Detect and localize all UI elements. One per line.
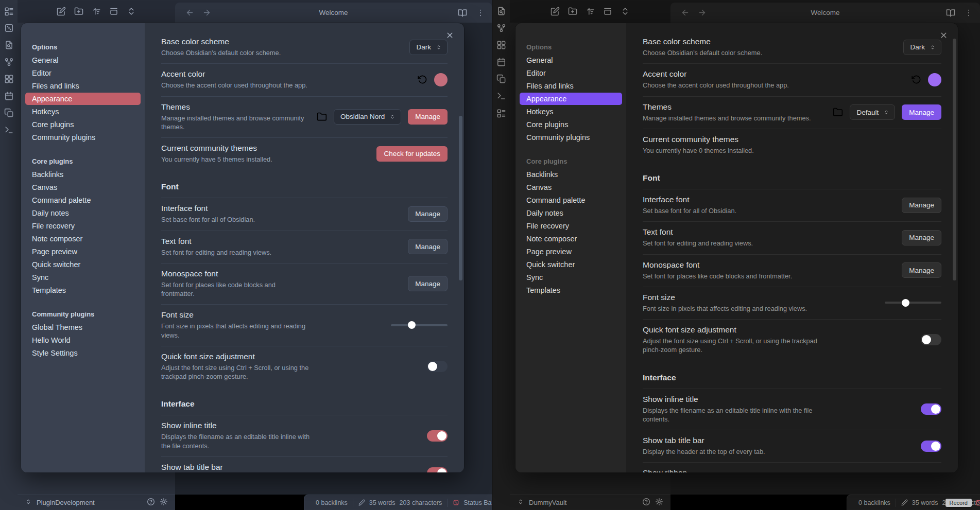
arrow-left-icon[interactable] [681,8,690,17]
rotate-ccw-icon[interactable] [418,75,427,84]
manage-button[interactable]: Manage [408,239,448,254]
settings-tab-templates[interactable]: Templates [520,284,622,296]
layout-grid-icon[interactable] [496,40,506,50]
settings-tab-templates[interactable]: Templates [25,284,141,296]
arrow-right-icon[interactable] [698,8,707,17]
dropdown-default[interactable]: Default [850,104,895,120]
accent-color-swatch[interactable] [434,73,448,86]
settings-tab-core-plugins[interactable]: Core plugins [25,118,141,131]
toggle-on[interactable] [921,403,941,415]
file-search-icon[interactable] [4,40,14,50]
copy-icon[interactable] [496,74,506,84]
layout-list-icon[interactable] [4,6,14,16]
slider-thumb[interactable] [902,299,909,307]
toggle-on[interactable] [427,467,448,472]
settings-tab-hello-world[interactable]: Hello World [25,334,141,346]
settings-tab-files-and-links[interactable]: Files and links [25,80,141,92]
settings-tab-hotkeys[interactable]: Hotkeys [25,105,141,118]
settings-gear-icon[interactable] [160,498,168,506]
layout-grid-icon[interactable] [4,74,14,84]
calendar-icon[interactable] [4,91,14,101]
folder-icon[interactable] [317,112,327,122]
manage-themes-button[interactable]: Manage [902,104,941,120]
help-circle-icon[interactable] [147,498,155,506]
settings-tab-editor[interactable]: Editor [25,67,141,79]
arrow-left-icon[interactable] [185,8,194,17]
settings-tab-page-preview[interactable]: Page preview [25,245,141,258]
dropdown-dark[interactable]: Dark [903,40,941,55]
chevrons-up-down-icon[interactable] [517,498,524,505]
settings-gear-icon[interactable] [655,498,663,506]
settings-tab-editor[interactable]: Editor [520,67,622,79]
settings-tab-daily-notes[interactable]: Daily notes [520,207,622,219]
rotate-ccw-icon[interactable] [912,75,921,84]
chevrons-up-down-icon[interactable] [25,498,32,505]
settings-tab-command-palette[interactable]: Command palette [520,194,622,206]
settings-tab-hotkeys[interactable]: Hotkeys [520,105,622,118]
git-fork-icon[interactable] [4,57,14,67]
folder-icon[interactable] [833,107,843,117]
new-note-icon[interactable] [551,7,560,16]
manage-button[interactable]: Manage [408,206,448,222]
font-size-slider[interactable] [885,298,941,307]
new-folder-icon[interactable] [568,7,577,16]
tab-welcome[interactable]: Welcome [175,3,492,23]
copy-icon[interactable] [4,108,14,118]
manage-button[interactable]: Manage [902,198,941,213]
scrollbar-thumb[interactable] [459,116,462,280]
dice-icon[interactable] [4,23,14,33]
close-icon[interactable] [939,31,948,42]
settings-tab-general[interactable]: General [25,54,141,66]
tab-welcome[interactable]: Welcome [670,3,980,23]
dropdown-obsidian-nord[interactable]: Obsidian Nord [334,109,401,125]
more-vertical-icon[interactable] [964,8,973,17]
manage-button[interactable]: Manage [902,230,941,245]
toggle-off[interactable] [921,334,941,345]
toggle-on[interactable] [427,430,448,442]
settings-tab-global-themes[interactable]: Global Themes [25,321,141,333]
manage-button[interactable]: Manage [408,276,448,291]
settings-tab-note-composer[interactable]: Note composer [520,233,622,245]
settings-tab-sync[interactable]: Sync [25,271,141,284]
font-size-slider[interactable] [391,321,448,329]
layout-list-icon[interactable] [496,108,506,118]
settings-tab-file-recovery[interactable]: File recovery [25,220,141,232]
vault-switcher[interactable]: DummyVault [510,495,670,510]
check-for-updates-button[interactable]: Check for updates [376,146,448,162]
settings-tab-quick-switcher[interactable]: Quick switcher [520,258,622,271]
help-circle-icon[interactable] [642,498,650,506]
settings-tab-style-settings[interactable]: Style Settings [25,347,141,359]
settings-tab-general[interactable]: General [520,54,622,66]
arrow-right-icon[interactable] [202,8,211,17]
settings-tab-backlinks[interactable]: Backlinks [520,168,622,181]
settings-tab-backlinks[interactable]: Backlinks [25,168,141,181]
settings-tab-note-composer[interactable]: Note composer [25,233,141,245]
settings-tab-canvas[interactable]: Canvas [25,181,141,194]
expand-vertical-icon[interactable] [127,7,136,16]
git-fork-icon[interactable] [496,23,506,33]
sort-ascending-icon[interactable] [92,7,101,16]
settings-tab-quick-switcher[interactable]: Quick switcher [25,258,141,271]
settings-tab-canvas[interactable]: Canvas [520,181,622,194]
accent-color-swatch[interactable] [928,73,941,86]
settings-tab-command-palette[interactable]: Command palette [25,194,141,206]
sort-ascending-icon[interactable] [586,7,595,16]
settings-tab-page-preview[interactable]: Page preview [520,245,622,258]
new-folder-icon[interactable] [74,7,83,16]
book-open-icon[interactable] [946,8,955,17]
slider-thumb[interactable] [408,321,416,329]
settings-tab-file-recovery[interactable]: File recovery [520,220,622,232]
close-icon[interactable] [445,31,454,42]
manage-themes-button[interactable]: Manage [408,109,448,125]
scrollbar-thumb[interactable] [953,39,956,280]
dropdown-dark[interactable]: Dark [409,40,448,55]
manage-button[interactable]: Manage [902,262,941,278]
expand-vertical-icon[interactable] [621,7,630,16]
more-vertical-icon[interactable] [476,8,485,17]
settings-tab-appearance[interactable]: Appearance [25,93,141,105]
settings-tab-community-plugins[interactable]: Community plugins [520,131,622,144]
file-search-icon[interactable] [496,6,506,16]
settings-tab-appearance[interactable]: Appearance [520,93,622,105]
settings-tab-files-and-links[interactable]: Files and links [520,80,622,92]
settings-tab-daily-notes[interactable]: Daily notes [25,207,141,219]
